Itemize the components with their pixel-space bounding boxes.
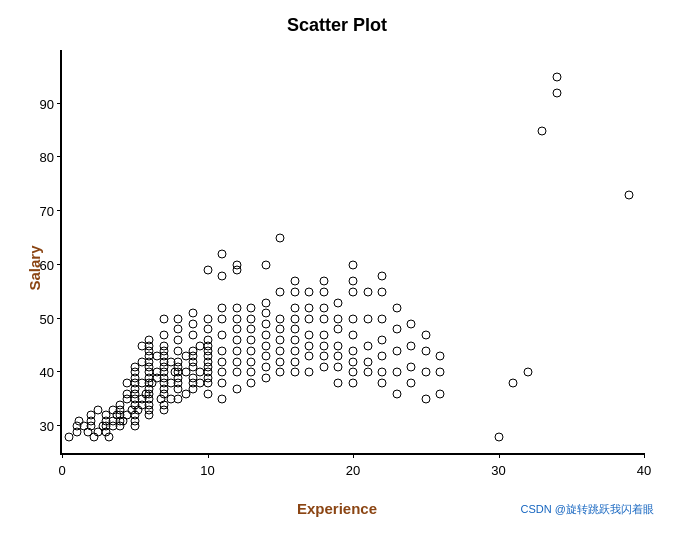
data-point	[392, 389, 401, 398]
data-point	[421, 330, 430, 339]
data-point	[174, 325, 183, 334]
data-point	[349, 379, 358, 388]
data-point	[188, 330, 197, 339]
y-tick-line	[57, 103, 62, 104]
data-point	[232, 384, 241, 393]
data-point	[203, 336, 212, 345]
data-point	[232, 303, 241, 312]
data-point	[538, 126, 547, 135]
data-point	[290, 357, 299, 366]
data-point	[218, 346, 227, 355]
data-point	[203, 389, 212, 398]
data-point	[261, 363, 270, 372]
x-tick-line	[62, 453, 63, 458]
data-point	[319, 330, 328, 339]
data-point	[305, 314, 314, 323]
data-point	[290, 325, 299, 334]
data-point	[203, 266, 212, 275]
data-point	[159, 330, 168, 339]
data-point	[436, 352, 445, 361]
data-point	[363, 341, 372, 350]
data-point	[334, 341, 343, 350]
data-point	[305, 303, 314, 312]
data-point	[218, 303, 227, 312]
y-tick-line	[57, 156, 62, 157]
data-point	[218, 314, 227, 323]
data-point	[523, 368, 532, 377]
data-point	[349, 357, 358, 366]
data-point	[509, 379, 518, 388]
data-point	[494, 432, 503, 441]
data-point	[218, 271, 227, 280]
data-point	[319, 303, 328, 312]
data-point	[319, 277, 328, 286]
x-tick-label: 30	[491, 463, 505, 478]
data-point	[349, 368, 358, 377]
data-point	[276, 325, 285, 334]
data-point	[232, 336, 241, 345]
data-point	[334, 298, 343, 307]
data-point	[349, 260, 358, 269]
y-tick-line	[57, 425, 62, 426]
data-point	[247, 336, 256, 345]
y-tick-label: 40	[40, 365, 54, 380]
data-point	[625, 191, 634, 200]
x-tick-line	[499, 453, 500, 458]
data-point	[421, 395, 430, 404]
data-point	[174, 314, 183, 323]
data-point	[363, 357, 372, 366]
data-point	[363, 368, 372, 377]
data-point	[290, 314, 299, 323]
data-point	[247, 303, 256, 312]
chart-title: Scatter Plot	[0, 0, 674, 36]
data-point	[159, 341, 168, 350]
data-point	[290, 303, 299, 312]
data-point	[552, 72, 561, 81]
data-point	[276, 336, 285, 345]
data-point	[276, 368, 285, 377]
data-point	[159, 314, 168, 323]
data-point	[407, 341, 416, 350]
data-point	[261, 309, 270, 318]
data-point	[334, 363, 343, 372]
data-point	[218, 357, 227, 366]
data-point	[363, 287, 372, 296]
x-tick-label: 0	[58, 463, 65, 478]
y-tick-line	[57, 264, 62, 265]
data-point	[261, 298, 270, 307]
data-point	[378, 287, 387, 296]
data-point	[305, 341, 314, 350]
data-point	[290, 277, 299, 286]
data-point	[232, 314, 241, 323]
data-point	[305, 352, 314, 361]
data-point	[319, 341, 328, 350]
chart-container: Scatter Plot Salary Experience 304050607…	[0, 0, 674, 535]
data-point	[392, 346, 401, 355]
x-tick-label: 20	[346, 463, 360, 478]
data-point	[378, 368, 387, 377]
data-point	[319, 363, 328, 372]
data-point	[276, 287, 285, 296]
y-tick-label: 70	[40, 204, 54, 219]
data-point	[290, 368, 299, 377]
x-tick-label: 10	[200, 463, 214, 478]
data-point	[436, 389, 445, 398]
data-point	[276, 357, 285, 366]
data-point	[334, 352, 343, 361]
data-point	[218, 368, 227, 377]
data-point	[421, 368, 430, 377]
data-point	[174, 336, 183, 345]
data-point	[276, 314, 285, 323]
x-tick-line	[644, 453, 645, 458]
data-point	[261, 352, 270, 361]
data-point	[392, 303, 401, 312]
data-point	[305, 287, 314, 296]
y-tick-label: 90	[40, 96, 54, 111]
data-point	[188, 320, 197, 329]
data-point	[261, 330, 270, 339]
data-point	[218, 395, 227, 404]
data-point	[145, 336, 154, 345]
y-tick-label: 60	[40, 257, 54, 272]
y-tick-line	[57, 210, 62, 211]
data-point	[247, 314, 256, 323]
